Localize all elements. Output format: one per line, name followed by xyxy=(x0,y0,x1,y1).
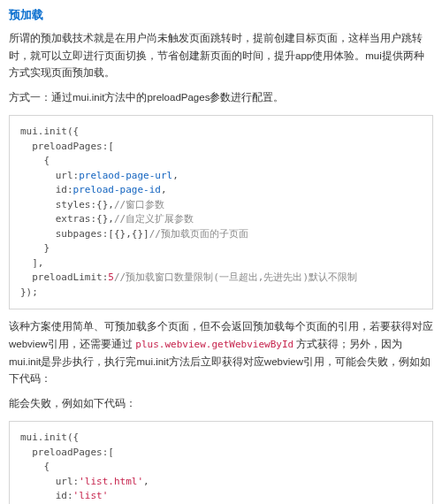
code-comment: //自定义扩展参数 xyxy=(114,213,194,225)
code-comment: //预加载页面的子页面 xyxy=(149,228,248,240)
code-line: mui.init({ xyxy=(20,431,79,443)
code-line: { xyxy=(20,155,50,166)
code-text: preloadLimit: xyxy=(20,271,108,283)
code-line: mui.init({ xyxy=(20,126,79,137)
code-line: preloadPages:[ xyxy=(20,447,114,458)
code-text: id: xyxy=(20,490,73,501)
code-string: 'list.html' xyxy=(79,476,143,487)
code-text: , xyxy=(143,476,149,487)
intro-paragraph: 所谓的预加载技术就是在用户尚未触发页面跳转时，提前创建目标页面，这样当用户跳转时… xyxy=(9,30,433,82)
code-text: url: xyxy=(20,476,79,487)
code-line: } xyxy=(20,242,50,254)
code-number: 5 xyxy=(108,271,114,283)
code-text: styles:{}, xyxy=(20,199,114,210)
code-block-1: mui.init({ preloadPages:[ { url:prelaod-… xyxy=(9,115,433,309)
code-block-2: mui.init({ preloadPages:[ { url:'list.ht… xyxy=(9,421,433,504)
method1-note-echo: 能会失败，例如如下代码： xyxy=(9,395,433,413)
api-reference: plus.webview.getWebviewById xyxy=(135,339,293,350)
code-line: ], xyxy=(20,257,44,269)
method1-title: 方式一：通过mui.init方法中的preloadPages参数进行配置。 xyxy=(9,89,433,107)
code-text: extras:{}, xyxy=(20,213,114,225)
page-title: 预加载 xyxy=(9,5,433,25)
code-line: { xyxy=(20,461,50,472)
code-string: 'list' xyxy=(73,490,109,501)
code-comment: //预加载窗口数量限制(一旦超出,先进先出)默认不限制 xyxy=(114,271,357,283)
code-text: id: xyxy=(20,184,73,195)
code-text: , xyxy=(161,184,167,195)
code-comment: //窗口参数 xyxy=(114,199,164,210)
method1-note: 该种方案使用简单、可预加载多个页面，但不会返回预加载每个页面的引用，若要获得对应… xyxy=(9,318,433,387)
code-text: subpages:[{},{}] xyxy=(20,228,149,240)
code-line: preloadPages:[ xyxy=(20,141,114,152)
code-value: prelaod-page-url xyxy=(79,170,172,181)
code-line: }); xyxy=(20,286,38,298)
code-text: url: xyxy=(20,170,79,181)
code-text: , xyxy=(172,170,179,181)
code-value: preload-page-id xyxy=(73,184,161,195)
